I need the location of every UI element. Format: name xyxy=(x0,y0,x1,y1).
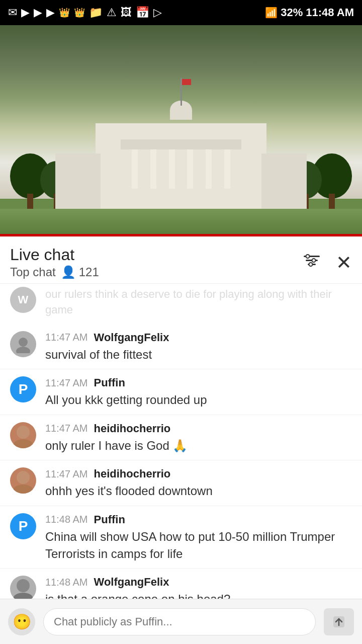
gallery-icon: 🖼 xyxy=(121,6,132,19)
yt-icon-1: ▶ xyxy=(21,6,30,19)
msg-time: 11:48 AM xyxy=(45,577,88,588)
msg-user: Puffin xyxy=(94,376,125,389)
video-player[interactable] xyxy=(0,25,362,236)
wifi-icon: 📶 xyxy=(265,7,278,19)
avatar xyxy=(10,467,36,494)
wh-left-wing xyxy=(55,153,101,209)
viewer-number: 121 xyxy=(79,265,99,279)
top-chat-label[interactable]: Top chat xyxy=(10,265,56,279)
crown-icon-1: 👑 xyxy=(59,7,70,18)
svg-point-4 xyxy=(312,259,316,262)
wh-portico-roof xyxy=(121,139,241,149)
msg-time: 11:47 AM xyxy=(45,377,88,389)
warning-icon: ⚠ xyxy=(107,6,117,19)
crown-icon-2: 👑 xyxy=(74,7,85,18)
msg-time: 11:47 AM xyxy=(45,332,88,343)
msg-user: WolfgangFelix xyxy=(94,576,169,589)
filter-button[interactable] xyxy=(303,253,321,273)
avatar xyxy=(10,422,36,448)
lawn-ground xyxy=(0,206,362,236)
message-icon: ✉ xyxy=(8,6,17,19)
msg-user: WolfgangFelix xyxy=(94,331,169,344)
msg-meta: 11:47 AM heidihocherrio xyxy=(45,422,352,435)
msg-text: survival of the fittest xyxy=(45,346,352,363)
msg-body: 11:48 AM Puffin China will show USA how … xyxy=(45,513,352,562)
avatar xyxy=(10,576,36,602)
msg-meta: 11:47 AM WolfgangFelix xyxy=(45,331,352,344)
close-button[interactable]: ✕ xyxy=(336,252,352,274)
video-progress-bar[interactable] xyxy=(0,234,362,236)
msg-body: 11:47 AM Puffin All you kkk getting roun… xyxy=(45,376,352,409)
status-bar: ✉ ▶ ▶ ▶ 👑 👑 📁 ⚠ 🖼 📅 ▷ 📶 32% 11:48 AM xyxy=(0,0,362,25)
list-item: 11:47 AM heidihocherrio ohhh yes it's fl… xyxy=(0,460,362,506)
msg-time: 11:48 AM xyxy=(45,514,88,525)
svg-point-11 xyxy=(13,485,33,494)
avatar: P xyxy=(10,513,36,539)
emoji-button[interactable]: 😶 xyxy=(8,608,35,635)
live-chat-title: Live chat xyxy=(10,246,99,264)
viewers-icon: 👤 xyxy=(61,265,76,279)
time-display: 11:48 AM xyxy=(306,6,354,19)
chat-input[interactable] xyxy=(43,608,316,635)
msg-meta: 11:47 AM heidihocherrio xyxy=(45,467,352,480)
msg-time: 11:47 AM xyxy=(45,468,88,480)
msg-meta: 11:48 AM WolfgangFelix xyxy=(45,576,352,589)
chat-input-bar: 😶 xyxy=(0,599,362,644)
list-item: 11:47 AM heidihocherrio only ruler I hav… xyxy=(0,415,362,461)
play-icon: ▷ xyxy=(153,6,162,19)
msg-text: China will show USA how to put 10-50 mil… xyxy=(45,528,352,562)
msg-user: Puffin xyxy=(94,513,125,526)
wh-right-wing xyxy=(261,153,307,209)
list-item: P 11:48 AM Puffin China will show USA ho… xyxy=(0,506,362,569)
status-right: 📶 32% 11:48 AM xyxy=(265,6,354,19)
battery-text: 32% xyxy=(281,6,303,19)
msg-text-partial: our rulers think a deserve to die for pl… xyxy=(45,287,352,318)
send-button[interactable] xyxy=(324,608,354,635)
svg-point-8 xyxy=(17,426,30,439)
wh-flag xyxy=(182,79,191,85)
yt-icon-2: ▶ xyxy=(34,6,42,19)
list-item: 11:47 AM WolfgangFelix survival of the f… xyxy=(0,324,362,370)
msg-meta: 11:47 AM Puffin xyxy=(45,376,352,389)
msg-meta: 11:48 AM Puffin xyxy=(45,513,352,526)
svg-point-5 xyxy=(309,263,313,266)
list-item: P 11:47 AM Puffin All you kkk getting ro… xyxy=(0,369,362,415)
svg-point-12 xyxy=(17,579,30,592)
chat-messages-list: W our rulers think a deserve to die for … xyxy=(0,284,362,644)
yt-icon-3: ▶ xyxy=(46,6,55,19)
msg-body: 11:47 AM heidihocherrio ohhh yes it's fl… xyxy=(45,467,352,500)
white-house xyxy=(55,108,307,209)
calendar-icon: 📅 xyxy=(136,6,149,19)
msg-body: 11:47 AM heidihocherrio only ruler I hav… xyxy=(45,422,352,454)
svg-point-7 xyxy=(16,347,30,353)
folder-icon: 📁 xyxy=(89,6,103,19)
live-chat-title-group: Live chat Top chat 👤 121 xyxy=(10,246,99,279)
live-chat-actions: ✕ xyxy=(303,252,352,274)
svg-point-3 xyxy=(306,255,310,258)
msg-user: heidihocherrio xyxy=(94,467,171,480)
send-icon xyxy=(331,614,346,629)
avatar: P xyxy=(10,376,36,403)
msg-body: 11:47 AM WolfgangFelix survival of the f… xyxy=(45,331,352,363)
emoji-icon: 😶 xyxy=(13,613,31,630)
svg-point-10 xyxy=(17,471,30,484)
live-chat-header: Live chat Top chat 👤 121 ✕ xyxy=(0,236,362,284)
msg-text: All you kkk getting rounded up xyxy=(45,391,352,409)
avatar: W xyxy=(10,287,36,313)
wh-columns-row xyxy=(126,148,236,189)
msg-text: ohhh yes it's flooded downtown xyxy=(45,482,352,500)
chat-message-partial: W our rulers think a deserve to die for … xyxy=(0,284,362,324)
avatar xyxy=(10,331,36,357)
svg-point-6 xyxy=(19,338,28,347)
svg-point-9 xyxy=(13,439,33,448)
status-icons: ✉ ▶ ▶ ▶ 👑 👑 📁 ⚠ 🖼 📅 ▷ xyxy=(8,6,162,19)
msg-body: our rulers think a deserve to die for pl… xyxy=(45,287,352,318)
msg-user: heidihocherrio xyxy=(94,422,171,435)
msg-time: 11:47 AM xyxy=(45,423,88,434)
msg-text: only ruler I have is God 🙏 xyxy=(45,437,352,454)
viewers-count: 👤 121 xyxy=(61,265,99,279)
live-chat-sub[interactable]: Top chat 👤 121 xyxy=(10,265,99,279)
